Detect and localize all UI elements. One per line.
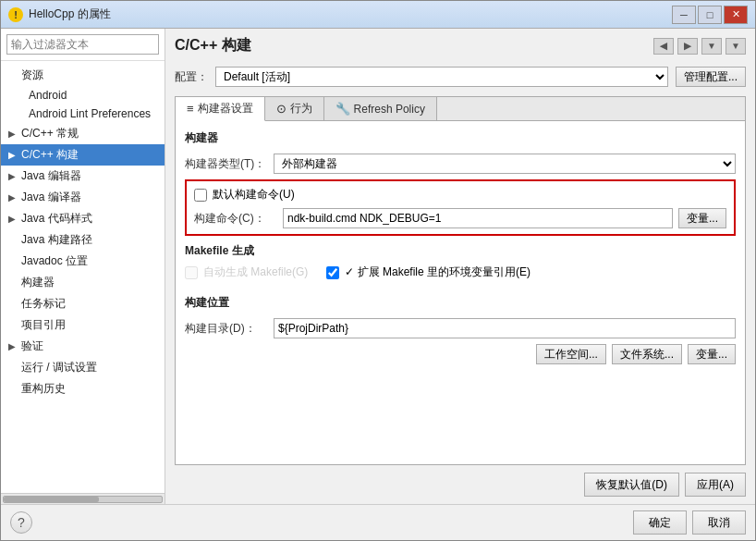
build-cmd-input[interactable] bbox=[283, 208, 673, 228]
sidebar-search-area bbox=[1, 29, 165, 61]
sidebar-item-label: 验证 bbox=[21, 338, 43, 354]
bottom-left: ? bbox=[10, 511, 32, 534]
sidebar-item-javadoc[interactable]: Javadoc 位置 bbox=[1, 251, 165, 272]
builder-section-title: 构建器 bbox=[185, 130, 736, 146]
maximize-button[interactable]: □ bbox=[698, 6, 722, 24]
sidebar-item-label: C/C++ 构建 bbox=[21, 147, 79, 163]
sidebar-item-cpp-build[interactable]: ▶C/C++ 构建 bbox=[1, 144, 165, 166]
warning-icon: ! bbox=[8, 7, 23, 22]
builder-type-row: 构建器类型(T)： 外部构建器 bbox=[185, 154, 736, 174]
panel-header: C/C++ 构建 ◀ ▶ ▼ ▼ bbox=[175, 36, 746, 59]
nav-back-button[interactable]: ◀ bbox=[653, 38, 674, 55]
sidebar-item-builders[interactable]: 构建器 bbox=[1, 272, 165, 293]
nav-forward-button[interactable]: ▶ bbox=[677, 38, 698, 55]
sidebar-item-validation[interactable]: ▶验证 bbox=[1, 336, 165, 357]
builder-type-select[interactable]: 外部构建器 bbox=[274, 154, 736, 174]
location-dir-label: 构建目录(D)： bbox=[185, 321, 268, 337]
restore-apply-row: 恢复默认值(D) 应用(A) bbox=[175, 473, 746, 497]
bottom-bar: ? 确定 取消 bbox=[1, 504, 755, 540]
filesystem-button[interactable]: 文件系统... bbox=[612, 344, 682, 364]
location-dir-input[interactable] bbox=[274, 318, 736, 338]
cancel-button[interactable]: 取消 bbox=[692, 510, 746, 535]
search-input[interactable] bbox=[6, 34, 159, 55]
tab-icon: ⊙ bbox=[276, 102, 287, 116]
tab-label: 行为 bbox=[290, 101, 312, 117]
build-cmd-row: 构建命令(C)： 变量... bbox=[194, 208, 726, 228]
sidebar-item-label: Javadoc 位置 bbox=[21, 253, 88, 269]
expand-icon: ▶ bbox=[8, 341, 18, 351]
panel-nav: ◀ ▶ ▼ ▼ bbox=[653, 38, 746, 55]
sidebar-item-label: 资源 bbox=[21, 68, 43, 83]
default-cmd-checkbox[interactable] bbox=[194, 189, 207, 202]
expand-icon: ▶ bbox=[8, 192, 18, 203]
makefile-section: Makefile 生成 自动生成 Makefile(G) ✓ 扩展 Makefi… bbox=[185, 243, 736, 286]
scrollbar-track bbox=[3, 496, 163, 503]
sidebar-item-label: Java 构建路径 bbox=[21, 232, 92, 248]
close-button[interactable]: ✕ bbox=[724, 6, 748, 24]
sidebar-item-android-lint[interactable]: Android Lint Preferences bbox=[1, 105, 165, 123]
location-title: 构建位置 bbox=[185, 295, 736, 311]
window-controls: ─ □ ✕ bbox=[672, 6, 748, 24]
panel-title: C/C++ 构建 bbox=[175, 36, 251, 55]
sidebar-item-label: 运行 / 调试设置 bbox=[21, 360, 97, 375]
bottom-right: 确定 取消 bbox=[633, 510, 746, 535]
tab-behavior[interactable]: ⊙行为 bbox=[265, 97, 324, 120]
sidebar-item-label: Java 代码样式 bbox=[21, 211, 92, 227]
auto-generate-checkbox[interactable] bbox=[185, 266, 198, 279]
workspace-button[interactable]: 工作空间... bbox=[536, 344, 606, 364]
location-buttons: 工作空间... 文件系统... 变量... bbox=[185, 344, 736, 364]
sidebar-item-label: 重构历史 bbox=[21, 381, 66, 397]
sidebar-item-task-tags[interactable]: 任务标记 bbox=[1, 293, 165, 314]
sidebar-item-run-debug[interactable]: 运行 / 调试设置 bbox=[1, 357, 165, 378]
config-select[interactable]: Default [活动] bbox=[215, 67, 668, 87]
tab-label: Refresh Policy bbox=[354, 103, 425, 116]
apply-button[interactable]: 应用(A) bbox=[685, 473, 746, 497]
expand-vars-row: ✓ 扩展 Makefile 里的环境变量引用(E) bbox=[326, 264, 530, 280]
tabs-section: ≡构建器设置⊙行为🔧Refresh Policy 构建器 构建器类型(T)： 外… bbox=[175, 96, 746, 465]
sidebar-item-label: Android Lint Preferences bbox=[29, 107, 151, 120]
sidebar-item-android[interactable]: Android bbox=[1, 86, 165, 105]
location-var-button[interactable]: 变量... bbox=[688, 344, 736, 364]
nav-down-button[interactable]: ▼ bbox=[701, 38, 722, 55]
sidebar: 资源AndroidAndroid Lint Preferences▶C/C++ … bbox=[1, 29, 165, 504]
build-cmd-var-button[interactable]: 变量... bbox=[678, 208, 726, 228]
sidebar-item-java-style[interactable]: ▶Java 代码样式 bbox=[1, 208, 165, 229]
sidebar-item-java-editor[interactable]: ▶Java 编辑器 bbox=[1, 166, 165, 187]
sidebar-item-project-refs[interactable]: 项目引用 bbox=[1, 314, 165, 336]
manage-config-button[interactable]: 管理配置... bbox=[676, 67, 746, 87]
ok-button[interactable]: 确定 bbox=[633, 510, 687, 535]
tabs-bar: ≡构建器设置⊙行为🔧Refresh Policy bbox=[176, 97, 745, 121]
restore-defaults-button[interactable]: 恢复默认值(D) bbox=[584, 473, 679, 497]
sidebar-item-java-compiler[interactable]: ▶Java 编译器 bbox=[1, 187, 165, 208]
expand-icon: ▶ bbox=[8, 150, 18, 160]
sidebar-item-label: Java 编辑器 bbox=[21, 168, 81, 184]
sidebar-item-label: 构建器 bbox=[21, 275, 55, 290]
minimize-button[interactable]: ─ bbox=[672, 6, 696, 24]
sidebar-item-cpp-normal[interactable]: ▶C/C++ 常规 bbox=[1, 123, 165, 144]
tab-icon: ≡ bbox=[187, 102, 194, 116]
sidebar-item-java-build-path[interactable]: Java 构建路径 bbox=[1, 229, 165, 251]
sidebar-item-resources[interactable]: 资源 bbox=[1, 65, 165, 86]
config-row: 配置： Default [活动] 管理配置... bbox=[175, 67, 746, 87]
expand-icon: ▶ bbox=[8, 214, 18, 224]
expand-vars-checkbox[interactable] bbox=[326, 266, 339, 279]
default-cmd-label: 默认构建命令(U) bbox=[213, 187, 295, 203]
sidebar-scrollbar[interactable] bbox=[1, 493, 165, 504]
sidebar-item-refactor-history[interactable]: 重构历史 bbox=[1, 378, 165, 400]
nav-menu-button[interactable]: ▼ bbox=[726, 38, 746, 55]
expand-icon: ▶ bbox=[8, 129, 18, 139]
title-bar-left: ! HelloCpp 的属性 bbox=[8, 6, 111, 22]
scrollbar-thumb bbox=[4, 497, 99, 502]
expand-vars-label: ✓ 扩展 Makefile 里的环境变量引用(E) bbox=[345, 264, 530, 280]
tab-refresh-policy[interactable]: 🔧Refresh Policy bbox=[324, 97, 437, 120]
help-button[interactable]: ? bbox=[10, 511, 32, 534]
sidebar-item-label: Android bbox=[29, 89, 67, 102]
builder-type-label: 构建器类型(T)： bbox=[185, 156, 268, 172]
tab-label: 构建器设置 bbox=[198, 101, 253, 117]
title-bar: ! HelloCpp 的属性 ─ □ ✕ bbox=[1, 1, 755, 29]
tab-build-settings[interactable]: ≡构建器设置 bbox=[176, 97, 265, 121]
right-panel: C/C++ 构建 ◀ ▶ ▼ ▼ 配置： Default [活动] 管理配置..… bbox=[165, 29, 755, 504]
config-label: 配置： bbox=[175, 69, 208, 85]
sidebar-item-label: 项目引用 bbox=[21, 317, 66, 333]
tab-content: 构建器 构建器类型(T)： 外部构建器 默认构建命令(U) bbox=[176, 121, 745, 464]
